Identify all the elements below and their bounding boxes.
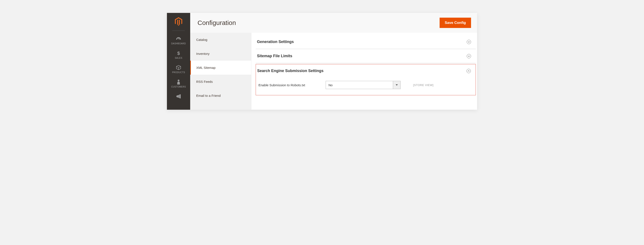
section-title: Generation Settings — [257, 39, 294, 44]
admin-nav: DASHBOARD $ SALES PRODUCTS CUSTOMERS — [167, 13, 190, 110]
nav-item-label: SALES — [175, 57, 182, 59]
robots-select[interactable] — [326, 81, 400, 89]
content: Configuration Save Config Catalog Invent… — [190, 13, 477, 110]
section-title: Sitemap File Limits — [257, 54, 292, 58]
tab-label: Email to a Friend — [196, 94, 220, 97]
page-title: Configuration — [198, 19, 236, 26]
app-frame: DASHBOARD $ SALES PRODUCTS CUSTOMERS — [167, 13, 477, 110]
box-icon — [176, 65, 181, 70]
tab-inventory[interactable]: Inventory — [190, 47, 251, 61]
page-header: Configuration Save Config — [190, 13, 477, 33]
nav-item-dashboard[interactable]: DASHBOARD — [167, 34, 190, 48]
chevron-up-icon — [466, 69, 471, 73]
chevron-down-icon — [467, 54, 471, 58]
chevron-down-icon — [467, 40, 471, 44]
svg-text:$: $ — [177, 50, 180, 56]
section-toggle[interactable]: Search Engine Submission Settings — [257, 69, 474, 73]
section-generation-settings: Generation Settings — [256, 35, 476, 49]
magento-logo-icon — [175, 15, 182, 30]
tab-catalog[interactable]: Catalog — [190, 33, 251, 47]
nav-item-products[interactable]: PRODUCTS — [167, 63, 190, 77]
nav-item-sales[interactable]: $ SALES — [167, 48, 190, 63]
dollar-icon: $ — [177, 50, 180, 56]
scope-label: [STORE VIEW] — [404, 83, 434, 87]
svg-point-1 — [178, 80, 180, 81]
divider — [172, 30, 185, 31]
nav-item-label: PRODUCTS — [172, 71, 185, 74]
field-label: Enable Submission to Robots.txt — [257, 83, 322, 87]
tab-label: XML Sitemap — [196, 66, 216, 69]
tab-label: Inventory — [196, 52, 210, 55]
gauge-icon — [176, 36, 181, 41]
tab-label: Catalog — [196, 38, 208, 41]
field-enable-submission-robots: Enable Submission to Robots.txt [STORE V… — [257, 81, 474, 89]
section-toggle[interactable]: Sitemap File Limits — [257, 54, 474, 58]
nav-item-label: DASHBOARD — [171, 42, 186, 45]
section-sitemap-file-limits: Sitemap File Limits — [256, 49, 476, 63]
person-icon — [177, 79, 180, 85]
select-wrap — [326, 81, 400, 89]
tab-rss-feeds[interactable]: RSS Feeds — [190, 75, 251, 89]
section-toggle[interactable]: Generation Settings — [257, 39, 474, 44]
nav-item-marketing[interactable] — [167, 91, 190, 103]
tab-xml-sitemap[interactable]: XML Sitemap — [190, 61, 251, 75]
config-body: Catalog Inventory XML Sitemap RSS Feeds … — [190, 33, 477, 110]
config-tabs: Catalog Inventory XML Sitemap RSS Feeds … — [190, 33, 251, 110]
tab-label: RSS Feeds — [196, 80, 213, 83]
megaphone-icon — [176, 94, 181, 99]
tab-email-friend[interactable]: Email to a Friend — [190, 89, 251, 103]
save-config-button[interactable]: Save Config — [440, 18, 471, 28]
config-sections: Generation Settings Sitemap File Limits — [251, 33, 477, 110]
nav-item-label: CUSTOMERS — [171, 86, 186, 88]
nav-item-customers[interactable]: CUSTOMERS — [167, 77, 190, 91]
section-search-engine-submission: Search Engine Submission Settings Enable… — [256, 64, 476, 95]
section-title: Search Engine Submission Settings — [257, 69, 324, 73]
